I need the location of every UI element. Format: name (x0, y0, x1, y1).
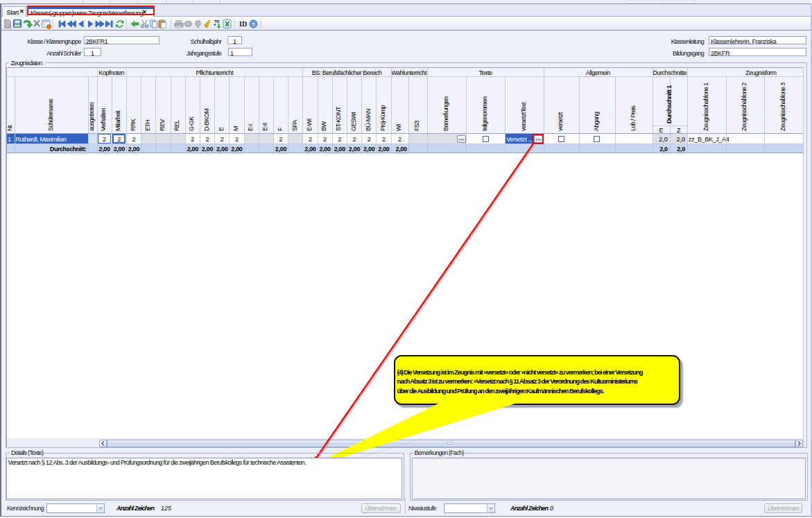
svg-text:ID: ID (239, 20, 247, 28)
svg-text:TB: TB (214, 19, 219, 24)
svg-text:?: ? (252, 21, 255, 28)
